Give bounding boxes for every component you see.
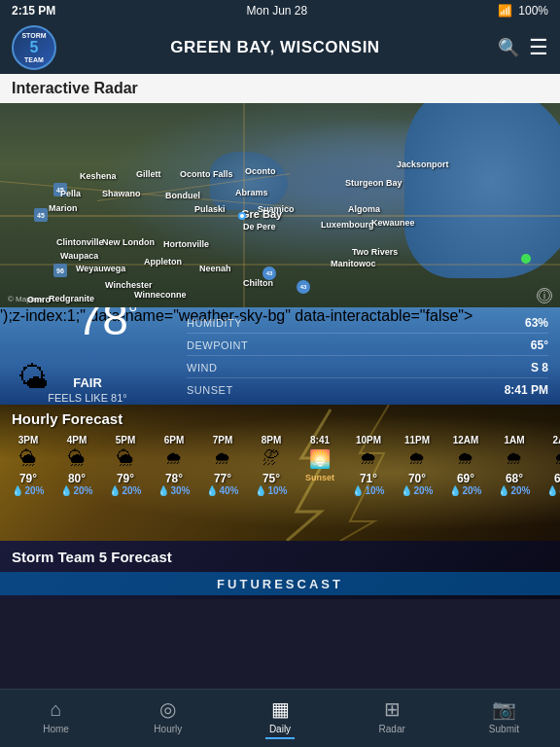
hourly-time: 12AM xyxy=(453,435,479,445)
map-label-marion: Marion xyxy=(49,203,78,213)
nav-underline-home xyxy=(42,737,71,739)
map-label-greenbay: Gre Bay xyxy=(241,208,282,220)
nav-label-submit: Submit xyxy=(489,724,519,734)
status-time: 2:15 PM xyxy=(12,4,55,18)
hourly-sunset-label: Sunset xyxy=(305,473,334,482)
hourly-item: 8:41 🌅 Sunset xyxy=(298,433,342,498)
precip-value: 20% xyxy=(510,485,530,496)
map-label-weyauwega: Weyauwega xyxy=(76,264,125,273)
hourly-temp: 75° xyxy=(262,472,280,485)
nav-label-daily: Daily xyxy=(269,724,291,734)
weather-left-panel: 🌤 78 ° FAIR FEELS LIKE 81° Updated now xyxy=(0,307,175,405)
hourly-temp: 80° xyxy=(68,472,86,485)
nav-label-home: Home xyxy=(43,724,69,734)
hourly-item: 4PM 🌦 80° 💧 20% xyxy=(54,433,99,498)
map-label-ocontofalls: Oconto Falls xyxy=(180,169,233,179)
condition-text: FAIR xyxy=(48,375,126,390)
map-label-winneconne: Winneconne xyxy=(134,290,186,300)
hourly-item: 8PM ⛈ 75° 💧 10% xyxy=(249,433,294,498)
weather-condition-area: FAIR FEELS LIKE 81° Updated now xyxy=(48,374,126,405)
dewpoint-label: DEWPOINT xyxy=(187,339,248,351)
hourly-item: 1AM 🌧 68° 💧 20% xyxy=(492,433,537,498)
nav-item-radar[interactable]: ⊞ Radar xyxy=(336,692,448,745)
precip-value: 20% xyxy=(122,485,141,496)
nav-item-submit[interactable]: 📷 Submit xyxy=(448,692,560,745)
highway-marker-2: 45 xyxy=(34,208,48,222)
sunset-value: 8:41 PM xyxy=(505,383,548,397)
weather-stats-panel: HUMIDITY 63% DEWPOINT 65° WIND S 8 SUNSE… xyxy=(175,307,560,405)
city-title: GREEN BAY, WISCONSIN xyxy=(56,38,494,57)
hourly-item: 7PM 🌧 77° 💧 40% xyxy=(200,433,245,498)
hourly-time: 11PM xyxy=(404,435,430,445)
road-v1 xyxy=(243,103,245,307)
hourly-icon: 🌦 xyxy=(19,448,37,469)
radar-marker xyxy=(521,254,531,264)
sunset-row: SUNSET 8:41 PM xyxy=(187,380,548,400)
info-icon[interactable]: ⓘ xyxy=(537,288,552,303)
hourly-precip: 💧 20% xyxy=(60,485,92,496)
status-bar: 2:15 PM Mon Jun 28 📶 100% xyxy=(0,0,560,21)
precip-value: 20% xyxy=(462,485,481,496)
map-label-algoma: Algoma xyxy=(348,204,380,214)
weather-condition-icon: 🌤 xyxy=(18,360,49,396)
nav-underline-submit xyxy=(489,737,518,739)
temperature-value: 78 xyxy=(77,307,128,342)
search-icon[interactable]: 🔍 xyxy=(498,37,519,58)
battery-icon: 100% xyxy=(518,4,548,18)
drop-icon: 💧 xyxy=(401,485,412,496)
hourly-icon: 🌧 xyxy=(360,448,377,469)
nav-icon-daily: ▦ xyxy=(271,697,290,721)
map-label-tworivers: Two Rivers xyxy=(352,247,398,257)
radar-title-text: Interactive Radar xyxy=(12,80,138,96)
hourly-time: 1AM xyxy=(504,435,524,445)
humidity-value: 63% xyxy=(525,316,548,330)
precip-value: 10% xyxy=(365,485,384,496)
hourly-time: 10PM xyxy=(356,435,381,445)
drop-icon: 💧 xyxy=(60,485,72,496)
app-logo: STORM 5 TEAM xyxy=(12,25,56,70)
logo-area[interactable]: STORM 5 TEAM xyxy=(12,25,56,70)
hourly-icon: 🌧 xyxy=(214,448,231,469)
hourly-item: 11PM 🌧 70° 💧 20% xyxy=(395,433,439,498)
forecast-banner-text: FUTURESCAST xyxy=(217,577,343,591)
hourly-time: 8PM xyxy=(262,435,282,445)
nav-item-hourly[interactable]: ◎ Hourly xyxy=(112,692,224,745)
map-label-kewaunee: Kewaunee xyxy=(371,218,415,228)
drop-icon: 💧 xyxy=(158,485,169,496)
map-label-winchester: Winchester xyxy=(105,280,152,290)
humidity-row: HUMIDITY 63% xyxy=(187,313,548,334)
nav-item-home[interactable]: ⌂ Home xyxy=(0,693,112,745)
hourly-precip: 💧 20% xyxy=(449,485,481,496)
hourly-item: 6PM 🌧 78° 💧 30% xyxy=(152,433,196,498)
nav-icon-radar: ⊞ xyxy=(384,697,401,721)
hourly-precip: 💧 20% xyxy=(109,485,141,496)
nav-underline-daily xyxy=(265,737,295,739)
map-label-pella: Pella xyxy=(60,189,81,198)
menu-icon[interactable]: ☰ xyxy=(529,35,548,60)
bottom-navigation: ⌂ Home ◎ Hourly ▦ Daily ⊞ Radar 📷 Submit xyxy=(0,689,560,747)
hourly-time: 3PM xyxy=(18,435,39,445)
precip-value: 20% xyxy=(413,485,433,496)
highway-marker-3: 96 xyxy=(53,264,67,277)
precip-value: 40% xyxy=(219,485,238,496)
drop-icon: 💧 xyxy=(498,485,509,496)
storm-team-section: Storm Team 5 Forecast FUTURESCAST xyxy=(0,541,560,599)
hourly-precip: 💧 20% xyxy=(12,485,44,496)
forecast-banner: FUTURESCAST xyxy=(0,572,560,595)
hourly-time: 7PM xyxy=(213,435,233,445)
precip-value: 10% xyxy=(267,485,287,496)
hourly-time: 5PM xyxy=(116,435,136,445)
interactive-map[interactable]: 45 45 96 43 43 Keshena Gillett Oconto Fa… xyxy=(0,103,560,307)
hourly-icon: 🌅 xyxy=(309,448,331,470)
app-header: STORM 5 TEAM GREEN BAY, WISCONSIN 🔍 ☰ xyxy=(0,21,560,74)
green-bay-location-dot xyxy=(238,212,246,220)
hourly-icon: ⛈ xyxy=(262,448,280,469)
map-label-luxembourg: Luxembourg xyxy=(321,220,374,230)
drop-icon: 💧 xyxy=(255,485,266,496)
drop-icon: 💧 xyxy=(206,485,218,496)
hourly-scroll-container[interactable]: 3PM 🌦 79° 💧 20% 4PM 🌦 80° 💧 20% 5PM 🌦 79… xyxy=(0,431,560,506)
nav-underline-hourly xyxy=(154,737,183,739)
map-label-waupaca: Waupaca xyxy=(60,251,98,261)
precip-value: 20% xyxy=(73,485,92,496)
nav-item-daily[interactable]: ▦ Daily xyxy=(224,692,335,745)
